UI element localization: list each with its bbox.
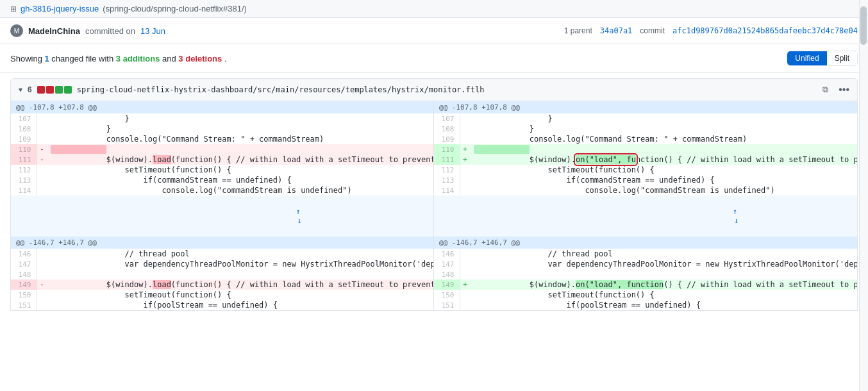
sign-cell [37, 165, 47, 175]
code-cell: setTimeout(function() { [470, 165, 857, 175]
commit-date[interactable]: 13 Jun [140, 26, 165, 36]
expand-down-icon[interactable]: ↓ [297, 216, 301, 225]
hunk-header-right-2: @@ -146,7 +146,7 @@ [434, 237, 857, 249]
more-options-icon[interactable]: ••• [839, 84, 849, 96]
sq-del-1 [37, 86, 45, 94]
expand-down-icon-right[interactable]: ↓ [734, 216, 739, 225]
line-num: 114 [434, 185, 460, 196]
table-row: 114 console.log("commandStream is undefi… [434, 185, 857, 196]
code-cell: if(commandStream == undefined) { [47, 175, 434, 185]
sign-cell [460, 175, 470, 185]
parent-label: 1 parent [564, 26, 592, 35]
file-header: ▾ 6 spring-cloud-netflix-hystrix-dashboa… [10, 78, 858, 101]
sign-cell [460, 249, 470, 259]
line-num: 108 [434, 124, 460, 134]
line-num: 147 [434, 259, 460, 269]
code-cell: } [470, 113, 857, 124]
commit-left: M MadeInChina committed on 13 Jun [10, 24, 165, 37]
code-cell [47, 269, 434, 279]
line-num: 111 [434, 154, 460, 165]
parent-sha[interactable]: 34a07a1 [600, 26, 633, 35]
code-cell [470, 144, 857, 154]
sq-add-2 [64, 86, 72, 94]
main-container: ▾ 6 spring-cloud-netflix-hystrix-dashboa… [0, 78, 868, 321]
table-row: 147 var dependencyThreadPoolMonitor = ne… [434, 259, 857, 269]
line-num: 113 [434, 175, 460, 185]
table-row: 151 if(poolStream == undefined) { [434, 300, 857, 310]
sign-cell [460, 269, 470, 279]
unified-button[interactable]: Unified [787, 51, 826, 65]
hunk-header-text-left-2: @@ -146,7 +146,7 @@ [11, 237, 434, 249]
commit-header: M MadeInChina committed on 13 Jun 1 pare… [0, 18, 868, 44]
table-row: 111 + $(window).on("load", function() { … [434, 154, 857, 165]
copy-icon[interactable]: ⧉ [822, 85, 828, 95]
code-cell: console.log("commandStream is undefined"… [47, 185, 434, 196]
code-cell: console.log("Command Stream: " + command… [470, 134, 857, 144]
toggle-icon[interactable]: ▾ [19, 85, 22, 94]
code-cell: console.log("Command Stream: " + command… [47, 134, 434, 144]
hunk-header-text-right-2: @@ -146,7 +146,7 @@ [434, 237, 857, 249]
branch-link[interactable]: gh-3816-jquery-issue [21, 4, 99, 13]
sign-cell: + [460, 144, 470, 154]
table-row: 150 setTimeout(function() { [434, 290, 857, 300]
table-row: 150 setTimeout(function() { [11, 290, 434, 300]
expander-row-right[interactable]: ↑ ↓ [434, 196, 857, 237]
expander-row[interactable]: ↑ ↓ [11, 196, 434, 237]
code-cell: setTimeout(function() { [47, 165, 434, 175]
sign-cell [460, 259, 470, 269]
top-bar: ⊞ gh-3816-jquery-issue (spring-cloud/spr… [0, 0, 868, 18]
commit-sha[interactable]: afc1d989767d0a21524b865dafeebc37d4c78e04 [672, 26, 858, 35]
code-cell: } [470, 124, 857, 134]
view-toggle: Unified Split [787, 51, 858, 66]
sign-cell [37, 249, 47, 259]
table-row: 113 if(commandStream == undefined) { [434, 175, 857, 185]
table-row: 148 [434, 269, 857, 279]
file-count[interactable]: 1 [44, 54, 49, 63]
line-num: 148 [11, 269, 37, 279]
hunk-header-right-1: @@ -107,8 +107,8 @@ [434, 101, 857, 113]
sign-cell [37, 269, 47, 279]
hunk-header-text-right: @@ -107,8 +107,8 @@ [434, 101, 857, 113]
code-cell: $(window).on("load", function() { // wit… [470, 279, 857, 290]
diff-left: @@ -107,8 +107,8 @@ 107 } 108 } [11, 101, 434, 310]
diff-wrapper: @@ -107,8 +107,8 @@ 107 } 108 } [10, 101, 858, 311]
table-row: 109 console.log("Command Stream: " + com… [11, 134, 434, 144]
sign-cell: - [37, 154, 47, 165]
line-num: 146 [11, 249, 37, 259]
expand-up-icon-right[interactable]: ↑ [733, 207, 737, 216]
sign-cell [460, 290, 470, 300]
code-cell: } [47, 124, 434, 134]
hunk-header-left-1: @@ -107,8 +107,8 @@ [11, 101, 434, 113]
split-button[interactable]: Split [827, 51, 857, 65]
sign-cell [460, 300, 470, 310]
commit-label: commit [640, 26, 665, 35]
table-row: 114 console.log("commandStream is undefi… [11, 185, 434, 196]
commit-action: committed on [85, 26, 135, 36]
code-cell: $(window).load(function() { // within lo… [47, 154, 434, 165]
code-cell: if(poolStream == undefined) { [47, 300, 434, 310]
code-cell: $(window).on("load", function() { // wit… [470, 154, 857, 165]
line-num: 111 [11, 154, 37, 165]
hunk-header-left-2: @@ -146,7 +146,7 @@ [11, 237, 434, 249]
code-cell [47, 144, 434, 154]
code-cell: } [47, 113, 434, 124]
scrollbar-thumb[interactable] [860, 6, 867, 45]
additions-count: 3 additions [116, 54, 160, 63]
table-row: 107 } [434, 113, 857, 124]
diff-squares [37, 86, 72, 94]
line-count: 6 [28, 85, 32, 94]
table-row: 149 + $(window).on("load", function() { … [434, 279, 857, 290]
sign-cell [37, 134, 47, 144]
line-num: 107 [434, 113, 460, 124]
stats-bar: Showing 1 changed file with 3 additions … [0, 44, 868, 73]
table-row: 112 setTimeout(function() { [434, 165, 857, 175]
code-cell: var dependencyThreadPoolMonitor = new Hy… [470, 259, 857, 269]
code-cell: if(commandStream == undefined) { [470, 175, 857, 185]
expand-up-icon[interactable]: ↑ [296, 207, 300, 216]
code-cell: var dependencyThreadPoolMonitor = new Hy… [47, 259, 434, 269]
scrollbar-track [859, 0, 868, 321]
line-num: 107 [11, 113, 37, 124]
table-row: 111 - $(window).load(function() { // wit… [11, 154, 434, 165]
line-num: 149 [434, 279, 460, 290]
line-num: 151 [11, 300, 37, 310]
